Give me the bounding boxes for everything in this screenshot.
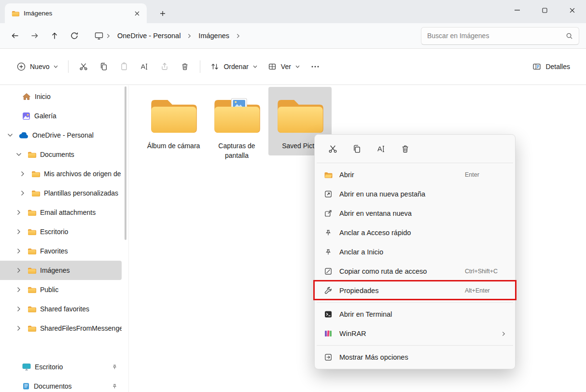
chevron-right-icon[interactable] — [16, 229, 21, 235]
chevron-right-icon[interactable] — [16, 210, 21, 215]
chevron-down-icon[interactable] — [16, 152, 21, 157]
refresh-button[interactable] — [64, 27, 84, 45]
sidebar-item-escritorio[interactable]: Escritorio — [0, 222, 122, 241]
folder-with-screenshot-icon — [212, 95, 262, 139]
sidebar-item-label: Plantillas personalizadas — [44, 189, 122, 197]
menu-item-abrir[interactable]: Abrir Enter — [317, 165, 513, 184]
menu-item-abrir-nueva-pestana[interactable]: Abrir en una nueva pestaña — [317, 184, 513, 204]
home-icon — [22, 93, 31, 100]
explorer-tab[interactable]: Imágenes — [5, 3, 147, 23]
menu-item-shortcut: Ctrl+Shift+C — [465, 268, 505, 275]
sidebar-item-label: Inicio — [35, 93, 122, 100]
chevron-right-icon[interactable] — [16, 248, 21, 254]
chevron-right-icon — [104, 33, 112, 39]
command-bar: Nuevo Ordenar — [0, 49, 586, 85]
back-button[interactable] — [5, 27, 25, 45]
new-tab-button[interactable] — [155, 7, 170, 20]
chevron-right-icon[interactable] — [20, 190, 25, 196]
sidebar-item-mis-archivos[interactable]: Mis archivos de origen de — [0, 164, 122, 183]
folder-tile-album-de-camara[interactable]: Álbum de cámara — [142, 87, 205, 155]
copy-button[interactable] — [347, 140, 367, 158]
up-button[interactable] — [44, 27, 64, 45]
chevron-right-icon[interactable] — [16, 267, 21, 273]
view-button[interactable]: Ver — [263, 57, 305, 76]
file-explorer-window: Imágenes — [0, 0, 586, 392]
delete-button[interactable] — [175, 57, 195, 76]
copy-button[interactable] — [94, 57, 114, 76]
open-new-tab-icon — [323, 190, 333, 198]
sidebar-item-plantillas[interactable]: Plantillas personalizadas — [0, 183, 122, 203]
folder-icon — [28, 228, 36, 236]
terminal-icon — [323, 310, 333, 319]
menu-item-anclar-acceso-rapido[interactable]: Anclar a Acceso rápido — [317, 223, 513, 242]
sidebar-item-imagenes[interactable]: Imágenes — [0, 261, 122, 280]
sidebar-item-onedrive[interactable]: OneDrive - Personal — [0, 126, 122, 145]
chevron-right-icon[interactable] — [16, 306, 21, 312]
tab-close-icon[interactable] — [131, 8, 143, 19]
chevron-right-icon[interactable] — [16, 325, 21, 331]
sidebar-section-gap — [0, 338, 128, 357]
sidebar-item-pinned-escritorio[interactable]: Escritorio — [0, 357, 122, 377]
delete-button[interactable] — [395, 140, 415, 158]
wrench-icon — [323, 286, 333, 295]
gallery-icon — [22, 112, 30, 120]
sidebar-item-favorites[interactable]: Favorites — [0, 241, 122, 261]
folder-icon — [149, 95, 199, 139]
this-pc-icon[interactable] — [95, 32, 103, 40]
folder-icon — [28, 151, 36, 158]
menu-item-abrir-terminal[interactable]: Abrir en Terminal — [317, 305, 513, 324]
share-button[interactable] — [154, 57, 175, 76]
forward-button[interactable] — [25, 27, 44, 45]
search-icon[interactable] — [566, 32, 573, 40]
sidebar-item-pinned-documentos[interactable]: Documentos — [0, 377, 122, 392]
sidebar-item-galeria[interactable]: Galería — [0, 106, 122, 126]
minimize-button[interactable] — [503, 0, 531, 20]
chevron-right-icon[interactable] — [16, 287, 21, 293]
sort-button-label: Ordenar — [223, 63, 248, 70]
sidebar-scrollbar[interactable] — [125, 86, 126, 240]
breadcrumb-item-imagenes[interactable]: Imágenes — [195, 29, 233, 42]
sidebar-item-inicio[interactable]: Inicio — [0, 87, 122, 106]
cut-button[interactable] — [73, 57, 94, 76]
more-options-icon[interactable] — [305, 57, 325, 76]
sidebar-item-shared-favorites[interactable]: Shared favorites — [0, 299, 122, 319]
sidebar-item-email-attachments[interactable]: Email attachments — [0, 203, 122, 222]
folder-tile-capturas-de-pantalla[interactable]: Capturas de pantalla — [205, 87, 268, 165]
maximize-button[interactable] — [531, 0, 558, 20]
menu-item-propiedades[interactable]: Propiedades Alt+Enter — [317, 281, 513, 300]
menu-item-winrar[interactable]: WinRAR — [317, 324, 513, 343]
paste-button[interactable] — [114, 57, 134, 76]
sidebar-item-sharedfiles[interactable]: SharedFilesFromMessenge — [0, 319, 122, 338]
navigation-bar: OneDrive - Personal Imágenes — [0, 23, 586, 49]
view-icon — [268, 62, 277, 71]
view-button-label: Ver — [281, 63, 291, 70]
rename-button[interactable] — [134, 57, 154, 76]
rename-button[interactable] — [371, 140, 391, 158]
search-input[interactable] — [427, 32, 562, 40]
menu-item-copiar-ruta[interactable]: Copiar como ruta de acceso Ctrl+Shift+C — [317, 262, 513, 281]
sidebar-item-public[interactable]: Public — [0, 280, 122, 299]
details-button[interactable]: Detalles — [527, 57, 575, 76]
new-button[interactable]: Nuevo — [12, 57, 63, 76]
sort-icon — [210, 62, 219, 71]
folder-icon — [28, 325, 36, 332]
sidebar-item-documents[interactable]: Documents — [0, 145, 122, 164]
chevron-right-icon[interactable] — [20, 171, 25, 177]
menu-item-abrir-ventana-nueva[interactable]: Abrir en ventana nueva — [317, 204, 513, 223]
folder-icon — [28, 248, 36, 255]
chevron-down-icon[interactable] — [8, 132, 13, 138]
chevron-right-icon[interactable] — [234, 33, 242, 39]
menu-item-label: Anclar a Inicio — [339, 248, 383, 256]
cut-button[interactable] — [322, 140, 343, 158]
sort-button[interactable]: Ordenar — [205, 57, 262, 76]
onedrive-cloud-icon — [19, 132, 28, 139]
documents-icon — [22, 382, 30, 390]
menu-item-anclar-inicio[interactable]: Anclar a Inicio — [317, 242, 513, 262]
breadcrumb-item-onedrive[interactable]: OneDrive - Personal — [113, 29, 184, 42]
menu-item-label: Mostrar Más opciones — [339, 353, 408, 361]
menu-item-label: Abrir en una nueva pestaña — [339, 190, 425, 198]
close-button[interactable] — [558, 0, 586, 20]
chevron-right-icon — [185, 33, 194, 39]
sidebar-item-label: Galería — [34, 112, 122, 120]
menu-item-mostrar-mas-opciones[interactable]: Mostrar Más opciones — [317, 348, 513, 367]
